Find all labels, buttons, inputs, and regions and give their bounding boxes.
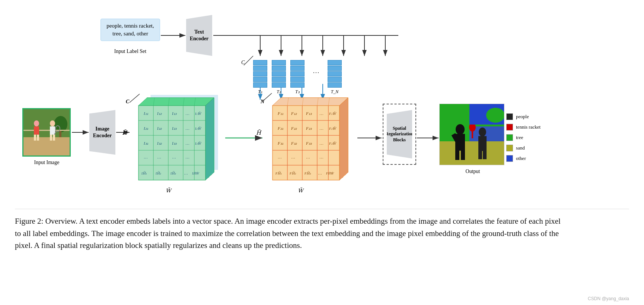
t-stack-dots: … T₀: [309, 56, 323, 95]
svg-marker-77: [138, 98, 214, 106]
svg-rect-35: [50, 126, 55, 135]
t-block: [290, 82, 305, 88]
input-image-box: [22, 108, 71, 157]
svg-text:…: …: [185, 111, 189, 116]
t-stack-n: T_N: [328, 60, 342, 95]
spatial-reg-inner: SpatialRegularizationBlocks: [387, 110, 412, 158]
legend-item-people: people: [506, 112, 541, 122]
t-block: [290, 77, 305, 82]
svg-text:…: …: [185, 155, 189, 159]
svg-marker-128: [339, 98, 348, 180]
svg-text:…: …: [157, 155, 161, 159]
f-matrix: F₁₁ F₁₂ F₁₃ … F₁W̃ F₂₁ F₂₂ F₂₃ … F₂W̃ F₃…: [264, 93, 357, 183]
legend-label-other: other: [516, 154, 526, 163]
svg-point-30: [34, 120, 39, 126]
svg-text:…: …: [319, 126, 323, 131]
t-block: [253, 71, 267, 76]
svg-text:F₂₃: F₂₃: [306, 126, 312, 131]
h-tilde-label-1: H̃: [122, 129, 127, 136]
svg-marker-127: [272, 98, 348, 106]
svg-text:F₃₂: F₃₂: [291, 141, 297, 145]
svg-text:FH̃₂: FH̃₂: [289, 171, 296, 175]
svg-text:IH̃₂: IH̃₂: [155, 171, 161, 175]
svg-rect-144: [478, 151, 482, 159]
svg-rect-140: [461, 151, 465, 160]
svg-text:I₁₂: I₁₂: [157, 111, 162, 116]
caption-area: Figure 2: Overview. A text encoder embed…: [15, 209, 629, 252]
svg-text:F₁₁: F₁₁: [277, 111, 283, 116]
t-block: [328, 77, 342, 82]
main-container: people, tennis racket,tree, sand, other …: [0, 0, 644, 305]
svg-text:F₃W̃: F₃W̃: [329, 141, 337, 145]
t-block: [253, 82, 267, 88]
svg-text:F₂W̃: F₂W̃: [329, 126, 337, 131]
svg-text:IH̃₃: IH̃₃: [170, 171, 176, 175]
svg-text:…: …: [318, 171, 322, 175]
legend-color-sand: [506, 145, 513, 151]
legend-label-people: people: [516, 112, 529, 122]
t-block: [290, 60, 305, 65]
svg-text:FH̃₁: FH̃₁: [275, 171, 282, 175]
legend-color-people: [506, 113, 513, 120]
svg-rect-37: [53, 135, 55, 141]
svg-text:IH̃₁: IH̃₁: [141, 171, 147, 175]
t-stack-2: T₂: [272, 60, 286, 95]
svg-rect-136: [440, 141, 504, 165]
t-block: [272, 60, 286, 65]
t-block: [290, 66, 305, 71]
spatial-reg-box: SpatialRegularizationBlocks: [383, 104, 416, 165]
svg-text:I₂₃: I₂₃: [172, 126, 177, 131]
svg-text:F₃₁: F₃₁: [277, 141, 283, 145]
i-matrix: I₁₁ I₁₂ I₁₃ … I₁W̃ I₂₁ I₂₂ I₂₃ … I₂W̃ I₃…: [130, 93, 223, 183]
c-label-top: C: [241, 60, 245, 66]
t-block: [328, 71, 342, 76]
svg-rect-32: [34, 135, 36, 141]
svg-point-137: [456, 124, 465, 135]
legend-item-tree: tree: [506, 133, 541, 142]
svg-rect-143: [478, 136, 487, 151]
svg-text:F₁W̃: F₁W̃: [329, 111, 337, 116]
t-block: [253, 77, 267, 82]
t-block: [328, 82, 342, 88]
t-block: [309, 77, 323, 82]
w-tilde-label-1: W̃: [166, 188, 171, 194]
svg-rect-36: [50, 135, 52, 141]
svg-text:I₃₂: I₃₂: [157, 141, 162, 145]
svg-text:F₂₂: F₂₂: [291, 126, 297, 131]
legend-label-tennis-racket: tennis racket: [516, 122, 541, 132]
output-caption: Output: [456, 169, 490, 174]
t-block: [328, 60, 342, 65]
legend-color-tennis-racket: [506, 124, 513, 131]
svg-text:I₃W̃: I₃W̃: [195, 141, 202, 145]
t-block: [290, 71, 305, 76]
t-block: [253, 66, 267, 71]
text-encoder-box: TextEncoder: [186, 15, 212, 56]
legend-item-other: other: [506, 154, 541, 163]
svg-text:I₁₃: I₁₃: [172, 111, 177, 116]
svg-text:FH̃₃: FH̃₃: [304, 171, 311, 175]
svg-rect-33: [37, 135, 39, 141]
svg-text:I₂₂: I₂₂: [157, 126, 162, 131]
svg-text:F₁₂: F₁₂: [291, 111, 297, 116]
svg-text:F₁₃: F₁₃: [306, 111, 312, 116]
t-stacks-container: T₁ T₂ T₃: [253, 56, 342, 95]
t-block: [328, 66, 342, 71]
t-stack-1: T₁: [253, 60, 267, 95]
t-block: [272, 66, 286, 71]
svg-point-34: [50, 120, 55, 126]
svg-text:IH̃W̃: IH̃W̃: [192, 172, 200, 175]
legend-label-tree: tree: [516, 133, 523, 142]
svg-text:…: …: [306, 155, 310, 159]
svg-rect-31: [34, 126, 39, 135]
svg-marker-78: [205, 98, 214, 180]
svg-line-22: [244, 56, 253, 65]
legend-box: people tennis racket tree sand other: [506, 112, 541, 164]
t-block: [309, 56, 323, 61]
svg-text:…: …: [319, 141, 323, 145]
svg-text:I₂W̃: I₂W̃: [195, 126, 202, 131]
t-stack-3: T₃: [290, 60, 305, 95]
t-block: [272, 77, 286, 82]
svg-text:I₂₁: I₂₁: [143, 126, 148, 131]
svg-text:…: …: [278, 155, 282, 159]
legend-color-tree: [506, 134, 513, 141]
